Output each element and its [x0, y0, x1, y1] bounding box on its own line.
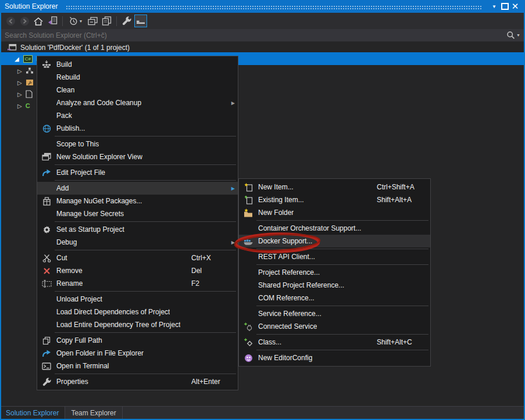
- docker-icon: [242, 237, 255, 246]
- show-all-files-icon: [102, 16, 112, 26]
- search-icon[interactable]: [506, 31, 515, 40]
- menu-item-edit-project-file[interactable]: Edit Project File: [37, 166, 238, 179]
- menu-separator: [256, 334, 428, 335]
- new-item-icon: [242, 183, 255, 192]
- pending-changes-filter-button[interactable]: ▼: [66, 15, 85, 27]
- nuget-icon: [40, 197, 53, 206]
- dependencies-icon: [26, 67, 34, 74]
- home-button[interactable]: [32, 15, 45, 27]
- menu-item-open-in-terminal[interactable]: Open in Terminal: [37, 360, 238, 372]
- menu-item-rename[interactable]: RenameF2: [37, 277, 238, 290]
- collapsed-arrow-icon[interactable]: ▷: [17, 68, 22, 74]
- scissors-icon: [40, 254, 53, 263]
- menu-item-scope-to-this[interactable]: Scope to This: [37, 138, 238, 150]
- filter-dropdown-caret-icon: ▼: [79, 19, 83, 23]
- tab-solution-explorer[interactable]: Solution Explorer: [0, 407, 65, 419]
- terminal-icon: [40, 362, 53, 370]
- submenu-item-service-reference[interactable]: Service Reference...: [239, 307, 430, 320]
- menu-item-cut[interactable]: CutCtrl+X: [37, 252, 238, 264]
- menu-item-pack[interactable]: Pack: [37, 109, 238, 122]
- publish-globe-icon: [40, 124, 53, 133]
- window-border-left: [0, 13, 1, 420]
- properties-button[interactable]: [120, 15, 133, 27]
- submenu-item-project-reference[interactable]: Project Reference...: [239, 266, 430, 279]
- menu-item-properties[interactable]: PropertiesAlt+Enter: [37, 375, 238, 388]
- submenu-arrow-icon: ▶: [231, 236, 235, 249]
- submenu-item-new-item[interactable]: New Item...Ctrl+Shift+A: [239, 181, 430, 193]
- new-solution-explorer-view-icon: [40, 153, 53, 161]
- menu-item-publish[interactable]: Publish...: [37, 122, 238, 135]
- menu-item-load-entire-dependency-tree[interactable]: Load Entire Dependency Tree of Project: [37, 318, 238, 331]
- menu-item-remove[interactable]: RemoveDel: [37, 264, 238, 277]
- submenu-item-class[interactable]: Class...Shift+Alt+C: [239, 336, 430, 349]
- menu-item-add[interactable]: Add ▶: [37, 182, 238, 195]
- menu-item-copy-full-path[interactable]: Copy Full Path: [37, 334, 238, 347]
- sync-with-active-document-icon: [48, 16, 58, 26]
- tool-window-tab-bar: Solution Explorer Team Explorer: [0, 406, 525, 419]
- toolbar-separator: [62, 16, 63, 26]
- submenu-item-docker-support[interactable]: Docker Support...: [239, 235, 430, 247]
- csharp-project-icon: C#: [23, 55, 33, 63]
- menu-separator: [256, 350, 428, 350]
- tab-team-explorer[interactable]: Team Explorer: [65, 407, 122, 419]
- submenu-arrow-icon: ▶: [231, 96, 235, 109]
- menu-item-load-direct-dependencies[interactable]: Load Direct Dependencies of Project: [37, 306, 238, 318]
- menu-separator: [55, 291, 236, 292]
- file-icon: [26, 90, 33, 98]
- submenu-item-new-editorconfig[interactable]: New EditorConfig: [239, 351, 430, 364]
- wrench-icon: [40, 378, 53, 386]
- submenu-item-com-reference[interactable]: COM Reference...: [239, 292, 430, 304]
- search-options-caret-icon[interactable]: ▼: [516, 33, 520, 37]
- search-input[interactable]: [5, 31, 506, 40]
- menu-item-rebuild[interactable]: Rebuild: [37, 71, 238, 84]
- titlebar-drag-grip[interactable]: [66, 5, 482, 9]
- menu-item-new-solution-explorer-view[interactable]: New Solution Explorer View: [37, 150, 238, 163]
- maximize-button[interactable]: [499, 1, 510, 12]
- submenu-item-connected-service[interactable]: Connected Service: [239, 320, 430, 333]
- forward-button[interactable]: [18, 15, 31, 27]
- forward-icon: [20, 16, 30, 26]
- submenu-item-rest-api-client[interactable]: REST API Client...: [239, 250, 430, 263]
- menu-item-unload-project[interactable]: Unload Project: [37, 293, 238, 306]
- collapsed-arrow-icon[interactable]: ▷: [17, 91, 22, 98]
- menu-item-build[interactable]: Build: [37, 58, 238, 71]
- titlebar: Solution Explorer ▼ ✕: [0, 0, 525, 13]
- menu-separator: [55, 250, 236, 250]
- submenu-item-shared-project-reference[interactable]: Shared Project Reference...: [239, 279, 430, 292]
- maximize-icon: [501, 3, 509, 10]
- toolbar: ▼: [0, 13, 525, 29]
- toolbar-separator: [116, 16, 117, 26]
- expanded-arrow-icon[interactable]: ◢: [15, 56, 19, 62]
- window-position-button[interactable]: ▼: [489, 1, 499, 12]
- menu-item-open-folder-in-file-explorer[interactable]: Open Folder in File Explorer: [37, 347, 238, 360]
- submenu-item-existing-item[interactable]: Existing Item...Shift+Alt+A: [239, 193, 430, 206]
- menu-item-analyze-and-code-cleanup[interactable]: Analyze and Code Cleanup ▶: [37, 96, 238, 109]
- menu-item-set-as-startup-project[interactable]: Set as Startup Project: [37, 223, 238, 236]
- build-icon: [40, 60, 53, 69]
- menu-item-debug[interactable]: Debug ▶: [37, 236, 238, 249]
- back-button[interactable]: [4, 15, 17, 27]
- sync-with-active-document-button[interactable]: [46, 15, 59, 27]
- editorconfig-icon: [242, 354, 255, 362]
- submenu-arrow-icon: ▶: [231, 182, 235, 195]
- close-button[interactable]: ✕: [510, 1, 520, 12]
- edit-project-file-icon: [40, 169, 53, 177]
- menu-separator: [55, 180, 236, 181]
- window-title: Solution Explorer: [5, 2, 58, 10]
- collapse-all-button[interactable]: [86, 15, 99, 27]
- menu-separator: [55, 332, 236, 333]
- menu-item-clean[interactable]: Clean: [37, 84, 238, 96]
- new-folder-icon: [242, 209, 255, 217]
- open-folder-icon: [40, 350, 53, 357]
- collapsed-arrow-icon[interactable]: ▷: [17, 103, 22, 109]
- menu-item-manage-user-secrets[interactable]: Manage User Secrets: [37, 207, 238, 220]
- solution-node[interactable]: Solution 'PdfDocker' (1 of 1 project): [0, 42, 525, 53]
- submenu-item-container-orchestrator-support[interactable]: Container Orchestrator Support...: [239, 222, 430, 235]
- preview-selected-items-toggle[interactable]: [134, 15, 147, 27]
- submenu-item-new-folder[interactable]: New Folder: [239, 206, 430, 219]
- solution-icon: [7, 44, 17, 52]
- collapsed-arrow-icon[interactable]: ▷: [17, 80, 22, 86]
- show-all-files-button[interactable]: [100, 15, 113, 27]
- menu-separator: [256, 220, 428, 221]
- menu-item-manage-nuget-packages[interactable]: Manage NuGet Packages...: [37, 195, 238, 207]
